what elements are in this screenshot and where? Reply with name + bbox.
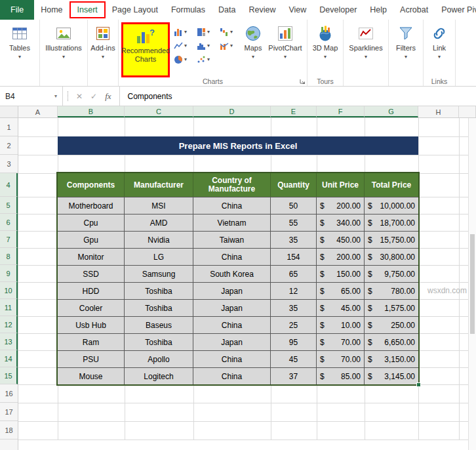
recommended-charts-button[interactable]: ? Recommended Charts: [121, 22, 170, 77]
header-quantity[interactable]: Quantity: [271, 173, 317, 197]
enter-icon[interactable]: ✓: [90, 92, 97, 101]
cell-unit_price[interactable]: $70.00: [317, 334, 365, 350]
menu-tab-formulas[interactable]: Formulas: [165, 0, 212, 20]
cell-country[interactable]: China: [193, 351, 271, 367]
insert-scatter-chart-button[interactable]: ▾: [194, 52, 217, 66]
cancel-icon[interactable]: ✕: [76, 92, 83, 101]
insert-statistic-chart-button[interactable]: ▾: [194, 39, 217, 52]
row-header-17[interactable]: 17: [0, 403, 18, 421]
cell-total_price[interactable]: $30,800.00: [365, 249, 418, 265]
cell-country[interactable]: Japan: [193, 334, 271, 350]
row-header-18[interactable]: 18: [0, 421, 18, 440]
cell-unit_price[interactable]: $65.00: [317, 283, 365, 299]
row-header-5[interactable]: 5: [0, 197, 18, 214]
cell-total_price[interactable]: $15,750.00: [365, 232, 418, 248]
cell-unit_price[interactable]: $450.00: [317, 232, 365, 248]
cell-country[interactable]: China: [193, 317, 271, 333]
menu-tab-acrobat[interactable]: Acrobat: [393, 0, 435, 20]
cell-total_price[interactable]: $18,700.00: [365, 215, 418, 231]
cell-manufacturer[interactable]: Logitech: [125, 368, 193, 384]
row-header-11[interactable]: 11: [0, 299, 18, 316]
insert-column-chart-button[interactable]: ▾: [171, 25, 194, 39]
header-unit-price[interactable]: Unit Price: [317, 173, 365, 197]
cell-quantity[interactable]: 154: [271, 249, 317, 265]
column-header-C[interactable]: C: [125, 106, 193, 117]
cell-manufacturer[interactable]: AMD: [125, 215, 193, 231]
cell-component[interactable]: Monitor: [58, 249, 125, 265]
cell-country[interactable]: South Korea: [193, 266, 271, 282]
cell-total_price[interactable]: $780.00: [365, 283, 418, 299]
cell-country[interactable]: Taiwan: [193, 232, 271, 248]
cell-component[interactable]: Cpu: [58, 215, 125, 231]
column-header-A[interactable]: A: [18, 106, 58, 117]
cell-quantity[interactable]: 35: [271, 300, 317, 316]
menu-tab-review[interactable]: Review: [242, 0, 282, 20]
cell-total_price[interactable]: $9,750.00: [365, 266, 418, 282]
cell-country[interactable]: China: [193, 197, 271, 214]
cell-country[interactable]: China: [193, 368, 271, 384]
menu-tab-home[interactable]: Home: [34, 0, 69, 20]
cell-component[interactable]: PSU: [58, 351, 125, 367]
cell-quantity[interactable]: 50: [271, 197, 317, 214]
pivotchart-button[interactable]: PivotChart ▾: [266, 21, 304, 77]
row-header-10[interactable]: 10: [0, 282, 18, 299]
link-button[interactable]: Link ▾: [426, 21, 452, 77]
cell-quantity[interactable]: 55: [271, 215, 317, 231]
menu-tab-file[interactable]: File: [0, 0, 34, 20]
cell-quantity[interactable]: 35: [271, 232, 317, 248]
cell-component[interactable]: Cooler: [58, 300, 125, 316]
illustrations-button[interactable]: Illustrations ▾: [43, 21, 85, 77]
cell-unit_price[interactable]: $45.00: [317, 300, 365, 316]
sparklines-button[interactable]: Sparklines ▾: [346, 21, 386, 77]
maps-button[interactable]: Maps ▾: [240, 21, 266, 77]
vertical-scrollbar[interactable]: [468, 118, 476, 450]
cell-unit_price[interactable]: $70.00: [317, 351, 365, 367]
insert-waterfall-chart-button[interactable]: ▾: [217, 25, 240, 39]
row-header-7[interactable]: 7: [0, 231, 18, 248]
menu-tab-view[interactable]: View: [282, 0, 313, 20]
fill-handle[interactable]: [416, 382, 421, 387]
cell-component[interactable]: Usb Hub: [58, 317, 125, 333]
select-all-corner[interactable]: [0, 106, 18, 117]
menu-tab-help[interactable]: Help: [363, 0, 393, 20]
row-header-9[interactable]: 9: [0, 265, 18, 282]
cells-area[interactable]: Prepare MIS Reports in Excel Components …: [18, 118, 468, 450]
cell-manufacturer[interactable]: Toshiba: [125, 283, 193, 299]
cell-country[interactable]: China: [193, 249, 271, 265]
cell-quantity[interactable]: 37: [271, 368, 317, 384]
cell-component[interactable]: Mouse: [58, 368, 125, 384]
row-header-16[interactable]: 16: [0, 384, 18, 403]
cell-total_price[interactable]: $3,145.00: [365, 368, 418, 384]
cell-quantity[interactable]: 65: [271, 266, 317, 282]
formula-input[interactable]: Components: [120, 87, 476, 106]
cell-manufacturer[interactable]: Apollo: [125, 351, 193, 367]
menu-tab-developer[interactable]: Developer: [313, 0, 363, 20]
insert-combo-chart-button[interactable]: ▾: [217, 39, 240, 52]
column-header-B[interactable]: B: [58, 106, 125, 117]
cell-country[interactable]: Japan: [193, 300, 271, 316]
cell-manufacturer[interactable]: Nvidia: [125, 232, 193, 248]
column-header-F[interactable]: F: [317, 106, 365, 117]
cell-total_price[interactable]: $6,650.00: [365, 334, 418, 350]
menu-tab-power-pivot[interactable]: Power Pivot: [435, 0, 476, 20]
cell-unit_price[interactable]: $200.00: [317, 197, 365, 214]
header-total-price[interactable]: Total Price: [365, 173, 418, 197]
cell-total_price[interactable]: $3,150.00: [365, 351, 418, 367]
cell-component[interactable]: Motherboard: [58, 197, 125, 214]
cell-manufacturer[interactable]: Toshiba: [125, 300, 193, 316]
filters-button[interactable]: Filters ▾: [391, 21, 420, 77]
3d-map-button[interactable]: 3D Map ▾: [310, 21, 340, 77]
name-box[interactable]: B4 ▾: [0, 87, 63, 106]
cell-manufacturer[interactable]: Toshiba: [125, 334, 193, 350]
tables-button[interactable]: Tables ▾: [3, 21, 37, 77]
menu-tab-data[interactable]: Data: [212, 0, 242, 20]
cell-component[interactable]: Ram: [58, 334, 125, 350]
cell-unit_price[interactable]: $10.00: [317, 317, 365, 333]
cell-quantity[interactable]: 25: [271, 317, 317, 333]
menu-tab-page-layout[interactable]: Page Layout: [106, 0, 165, 20]
cell-quantity[interactable]: 12: [271, 283, 317, 299]
cell-total_price[interactable]: $250.00: [365, 317, 418, 333]
header-components[interactable]: Components: [58, 173, 125, 197]
name-box-splitter[interactable]: [63, 91, 68, 101]
cell-total_price[interactable]: $10,000.00: [365, 197, 418, 214]
